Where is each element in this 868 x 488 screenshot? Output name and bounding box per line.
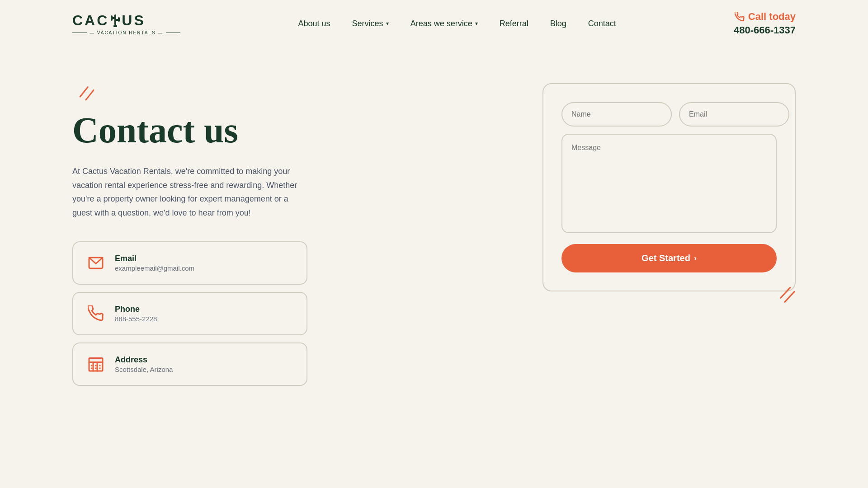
email-card: Email exampleemail@gmail.com [72,241,307,285]
nav-contact[interactable]: Contact [588,19,616,28]
nav-services[interactable]: Services ▾ [352,19,389,28]
nav-areas[interactable]: Areas we service ▾ [410,19,478,28]
phone-value: 888-555-2228 [115,315,157,323]
svg-rect-16 [91,368,93,369]
logo-subtitle: — VACATION RENTALS — [90,30,163,35]
message-textarea[interactable] [561,134,777,233]
contact-cards: Email exampleemail@gmail.com Phone 888-5… [72,241,307,386]
svg-rect-14 [95,365,97,366]
email-input[interactable] [679,102,789,127]
main-nav: About us Services ▾ Areas we service ▾ R… [298,19,616,28]
svg-rect-4 [118,17,120,22]
svg-line-19 [781,287,790,298]
svg-line-6 [80,87,88,97]
left-section: Contact us At Cactus Vacation Rentals, w… [72,83,416,386]
svg-rect-18 [99,368,101,369]
address-value: Scottsdale, Arizona [115,366,173,373]
submit-label: Get Started [642,253,690,263]
svg-rect-9 [89,358,103,371]
chevron-down-icon: ▾ [386,20,389,27]
svg-rect-2 [111,15,113,21]
nav-about[interactable]: About us [298,19,330,28]
phone-info: Phone 888-555-2228 [115,305,157,323]
address-info: Address Scottsdale, Arizona [115,355,173,373]
logo[interactable]: CAC US — VACATION RENTALS — [72,12,180,35]
call-today[interactable]: Call today [735,11,796,23]
address-title: Address [115,355,173,365]
submit-button[interactable]: Get Started › [561,244,777,272]
nav-blog[interactable]: Blog [550,19,566,28]
svg-rect-15 [99,365,101,366]
contact-form: Get Started › [542,83,796,291]
form-row-name-email [561,102,777,127]
page-title: Contact us [72,110,416,150]
phone-number: 480-666-1337 [734,24,796,36]
phone-icon [735,12,745,22]
logo-text-part2: US [122,12,145,29]
decorative-lines-bottom [774,279,799,304]
name-input[interactable] [561,102,672,127]
email-title: Email [115,254,194,263]
svg-rect-17 [95,368,97,369]
building-icon [86,354,106,374]
email-icon [86,253,106,273]
main-content: Contact us At Cactus Vacation Rentals, w… [0,47,868,422]
decorative-lines-top [72,83,99,110]
email-value: exampleemail@gmail.com [115,264,194,272]
logo-text-part1: CAC [72,12,109,29]
svg-rect-5 [113,25,117,27]
email-info: Email exampleemail@gmail.com [115,254,194,272]
chevron-right-icon: › [694,253,697,263]
address-card: Address Scottsdale, Arizona [72,343,307,386]
nav-referral[interactable]: Referral [500,19,528,28]
hero-description: At Cactus Vacation Rentals, we're commit… [72,164,307,220]
call-today-label: Call today [748,11,796,23]
svg-line-20 [785,292,794,302]
call-section: Call today 480-666-1337 [734,11,796,36]
header: CAC US — VACATION RENTALS — About us Ser… [0,0,868,47]
right-section: Get Started › [452,83,796,291]
svg-line-7 [86,90,94,99]
phone-card: Phone 888-555-2228 [72,292,307,335]
phone-title: Phone [115,305,157,314]
svg-rect-13 [91,365,93,366]
cactus-icon [109,13,121,28]
chevron-down-icon: ▾ [475,20,478,27]
phone-card-icon [86,304,106,324]
